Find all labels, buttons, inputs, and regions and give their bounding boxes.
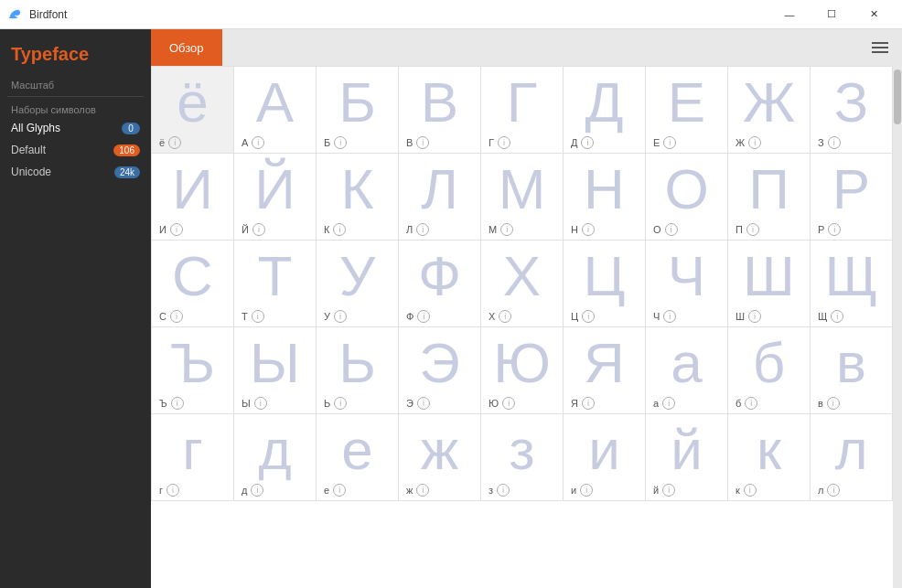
glyph-info-icon[interactable]: i <box>333 484 346 497</box>
glyph-cell[interactable]: ЫЫi <box>234 327 317 414</box>
glyph-info-icon[interactable]: i <box>497 484 510 497</box>
glyph-cell[interactable]: ДДi <box>564 67 646 154</box>
glyph-info-icon[interactable]: i <box>416 136 429 149</box>
glyph-cell[interactable]: ООi <box>646 154 728 241</box>
glyph-info-icon[interactable]: i <box>334 310 347 323</box>
glyph-info-icon[interactable]: i <box>827 484 840 497</box>
glyph-cell[interactable]: ВВi <box>399 67 481 154</box>
glyph-cell[interactable]: ггi <box>152 414 234 501</box>
glyph-cell[interactable]: ННi <box>564 154 646 241</box>
glyph-cell[interactable]: ааi <box>646 327 728 414</box>
glyph-cell[interactable]: ЩЩi <box>811 241 893 327</box>
glyph-cell[interactable]: ЛЛi <box>399 154 481 241</box>
glyph-info-icon[interactable]: i <box>170 310 183 323</box>
glyph-info-icon[interactable]: i <box>748 136 761 149</box>
glyph-cell[interactable]: ЦЦi <box>564 241 646 327</box>
minimize-button[interactable]: — <box>768 0 811 29</box>
glyph-cell[interactable]: ЗЗi <box>811 67 893 154</box>
glyph-cell[interactable]: ГГi <box>481 67 564 154</box>
glyph-info-icon[interactable]: i <box>499 310 511 323</box>
scrollbar-track[interactable] <box>893 66 902 588</box>
glyph-info-icon[interactable]: i <box>417 397 430 410</box>
glyph-info-icon[interactable]: i <box>416 484 429 497</box>
glyph-info-icon[interactable]: i <box>252 310 264 323</box>
sidebar-item-default[interactable]: Default 106 <box>0 139 151 161</box>
glyph-cell[interactable]: ССi <box>152 241 234 327</box>
glyph-info-icon[interactable]: i <box>502 397 515 410</box>
glyph-cell[interactable]: ИИi <box>152 154 234 241</box>
glyph-info-icon[interactable]: i <box>334 397 347 410</box>
glyph-cell[interactable]: ЭЭi <box>399 327 481 414</box>
glyph-cell[interactable]: ЪЪi <box>152 327 234 414</box>
glyph-cell[interactable]: ззi <box>481 414 564 501</box>
glyph-cell[interactable]: ййi <box>646 414 728 501</box>
glyph-cell[interactable]: ММi <box>481 154 564 241</box>
glyph-cell[interactable]: ббi <box>728 327 811 414</box>
glyph-info-icon[interactable]: i <box>166 484 179 497</box>
sidebar-item-all-glyphs[interactable]: All Glyphs 0 <box>0 117 151 139</box>
glyph-cell[interactable]: ЖЖi <box>728 67 811 154</box>
glyph-info-icon[interactable]: i <box>662 397 675 410</box>
glyph-info-icon[interactable]: i <box>582 397 595 410</box>
tab-overview[interactable]: Обзор <box>151 29 222 66</box>
glyph-cell[interactable]: ШШi <box>728 241 811 327</box>
glyph-info-icon[interactable]: i <box>663 310 676 323</box>
glyph-info-icon[interactable]: i <box>252 223 265 236</box>
glyph-info-icon[interactable]: i <box>748 310 761 323</box>
glyph-info-icon[interactable]: i <box>665 223 678 236</box>
glyph-cell[interactable]: УУi <box>317 241 399 327</box>
glyph-info-icon[interactable]: i <box>334 136 347 149</box>
glyph-info-icon[interactable]: i <box>746 223 759 236</box>
glyph-cell[interactable]: ддi <box>234 414 317 501</box>
glyph-info-icon[interactable]: i <box>581 136 594 149</box>
glyph-cell[interactable]: ЬЬi <box>317 327 399 414</box>
glyph-cell[interactable]: ЯЯi <box>564 327 646 414</box>
glyph-cell[interactable]: ЮЮi <box>481 327 564 414</box>
glyph-info-icon[interactable]: i <box>580 484 593 497</box>
glyph-cell[interactable]: ББi <box>317 67 399 154</box>
glyph-info-icon[interactable]: i <box>251 484 263 497</box>
glyph-info-icon[interactable]: i <box>662 484 675 497</box>
glyph-info-icon[interactable]: i <box>498 136 510 149</box>
glyph-cell[interactable]: ееi <box>317 414 399 501</box>
glyph-info-icon[interactable]: i <box>582 310 595 323</box>
glyph-cell[interactable]: ФФi <box>399 241 481 327</box>
glyph-grid-container[interactable]: ёёiААiББiВВiГГiДДiЕЕiЖЖiЗЗiИИiЙЙiККiЛЛiМ… <box>151 66 893 588</box>
glyph-info-icon[interactable]: i <box>417 310 430 323</box>
glyph-info-icon[interactable]: i <box>333 223 346 236</box>
glyph-cell[interactable]: ииi <box>564 414 646 501</box>
glyph-info-icon[interactable]: i <box>500 223 513 236</box>
glyph-cell[interactable]: ЙЙi <box>234 154 317 241</box>
glyph-cell[interactable]: ААi <box>234 67 317 154</box>
glyph-cell[interactable]: ллi <box>811 414 893 501</box>
glyph-cell[interactable]: ЧЧi <box>646 241 728 327</box>
glyph-info-icon[interactable]: i <box>745 397 757 410</box>
glyph-cell[interactable]: ТТi <box>234 241 317 327</box>
glyph-cell[interactable]: жжi <box>399 414 481 501</box>
glyph-cell[interactable]: ККi <box>317 154 399 241</box>
tab-menu-button[interactable] <box>865 33 895 62</box>
glyph-info-icon[interactable]: i <box>254 397 267 410</box>
glyph-info-icon[interactable]: i <box>252 136 264 149</box>
sidebar-item-unicode[interactable]: Unicode 24k <box>0 161 151 183</box>
glyph-info-icon[interactable]: i <box>168 136 181 149</box>
close-button[interactable]: ✕ <box>853 0 895 29</box>
glyph-cell[interactable]: ППi <box>728 154 811 241</box>
glyph-info-icon[interactable]: i <box>171 397 184 410</box>
glyph-info-icon[interactable]: i <box>582 223 595 236</box>
glyph-cell[interactable]: ввi <box>811 327 893 414</box>
glyph-cell[interactable]: ЕЕi <box>646 67 728 154</box>
glyph-info-icon[interactable]: i <box>828 136 841 149</box>
glyph-cell[interactable]: ёёi <box>152 67 234 154</box>
glyph-info-icon[interactable]: i <box>827 397 840 410</box>
glyph-info-icon[interactable]: i <box>828 223 841 236</box>
glyph-cell[interactable]: РРi <box>811 154 893 241</box>
glyph-info-icon[interactable]: i <box>416 223 429 236</box>
glyph-info-icon[interactable]: i <box>663 136 676 149</box>
glyph-info-icon[interactable]: i <box>744 484 757 497</box>
glyph-cell[interactable]: ккi <box>728 414 811 501</box>
glyph-info-icon[interactable]: i <box>170 223 183 236</box>
scrollbar-thumb[interactable] <box>894 69 901 124</box>
maximize-button[interactable]: ☐ <box>811 0 853 29</box>
glyph-cell[interactable]: ХХi <box>481 241 564 327</box>
